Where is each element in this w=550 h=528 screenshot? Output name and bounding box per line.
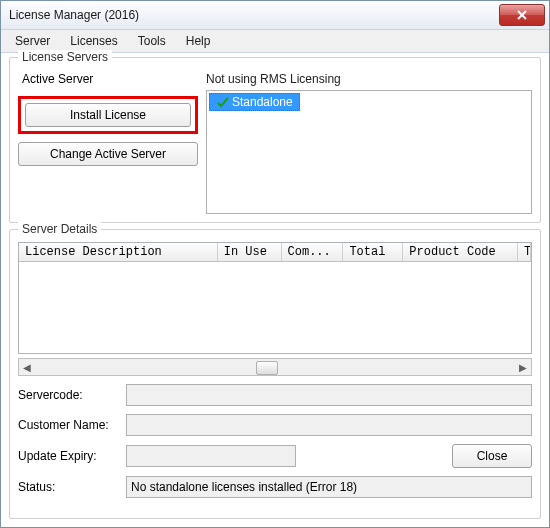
col-license-description[interactable]: License Description <box>19 243 218 261</box>
update-expiry-label: Update Expiry: <box>18 449 118 463</box>
row-customer: Customer Name: <box>18 414 532 436</box>
content-area: License Servers Active Server Install Li… <box>1 53 549 527</box>
server-details-legend: Server Details <box>18 222 101 236</box>
col-in-use[interactable]: In Use <box>218 243 282 261</box>
tree-item-standalone[interactable]: Standalone <box>209 93 300 111</box>
license-listview[interactable]: License Description In Use Com... Total … <box>18 242 532 354</box>
window-title: License Manager (2016) <box>5 8 499 22</box>
listview-hscrollbar[interactable]: ◀ ▶ <box>18 358 532 376</box>
install-license-highlight: Install License <box>18 96 198 134</box>
license-manager-window: License Manager (2016) Server Licenses T… <box>0 0 550 528</box>
scroll-right-icon[interactable]: ▶ <box>515 360 531 374</box>
change-active-server-button[interactable]: Change Active Server <box>18 142 198 166</box>
row-update-expiry: Update Expiry: Close <box>18 444 532 468</box>
listview-body <box>19 262 531 353</box>
status-label: Status: <box>18 480 118 494</box>
update-expiry-field <box>126 445 296 467</box>
server-details-group: Server Details License Description In Us… <box>9 229 541 519</box>
server-tree[interactable]: Standalone <box>206 90 532 214</box>
servercode-field <box>126 384 532 406</box>
title-bar: License Manager (2016) <box>1 1 549 30</box>
license-servers-group: License Servers Active Server Install Li… <box>9 57 541 223</box>
install-license-button[interactable]: Install License <box>25 103 191 127</box>
close-button[interactable]: Close <box>452 444 532 468</box>
license-servers-legend: License Servers <box>18 50 112 64</box>
customer-name-label: Customer Name: <box>18 418 118 432</box>
col-total[interactable]: Total <box>343 243 403 261</box>
menu-licenses[interactable]: Licenses <box>60 30 127 52</box>
col-time-rem[interactable]: Time rem <box>518 243 531 261</box>
tree-item-label: Standalone <box>232 95 293 109</box>
col-product-code[interactable]: Product Code <box>403 243 518 261</box>
listview-header: License Description In Use Com... Total … <box>19 243 531 262</box>
menu-tools[interactable]: Tools <box>128 30 176 52</box>
active-server-label: Active Server <box>18 70 198 88</box>
row-status: Status: <box>18 476 532 498</box>
scroll-left-icon[interactable]: ◀ <box>19 360 35 374</box>
close-icon <box>516 10 528 20</box>
checkmark-icon <box>216 95 230 109</box>
licensing-status: Not using RMS Licensing <box>206 70 532 90</box>
row-servercode: Servercode: <box>18 384 532 406</box>
menu-server[interactable]: Server <box>5 30 60 52</box>
window-close-button[interactable] <box>499 4 545 26</box>
servercode-label: Servercode: <box>18 388 118 402</box>
status-field <box>126 476 532 498</box>
customer-name-field <box>126 414 532 436</box>
col-com[interactable]: Com... <box>282 243 344 261</box>
menu-help[interactable]: Help <box>176 30 221 52</box>
scroll-track[interactable] <box>35 360 515 374</box>
scroll-thumb[interactable] <box>256 361 278 375</box>
